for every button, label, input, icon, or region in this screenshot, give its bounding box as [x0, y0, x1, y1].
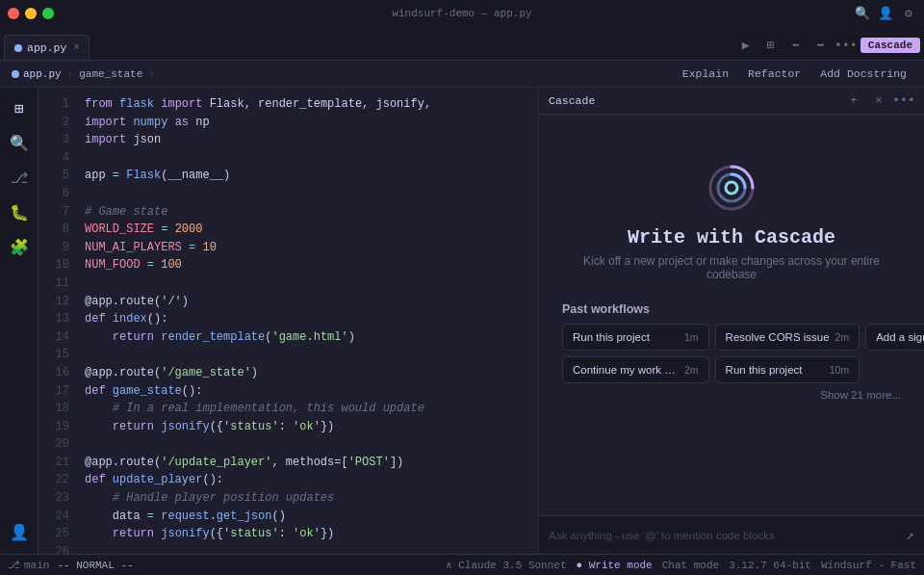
- cascade-new-icon[interactable]: +: [843, 91, 864, 112]
- workflow-item-1[interactable]: Resolve CORS issue 2m: [715, 324, 860, 351]
- status-branch[interactable]: ⎇ main: [8, 559, 49, 571]
- past-workflows-label: Past workflows: [562, 302, 901, 316]
- search-icon[interactable]: 🔍: [855, 6, 870, 21]
- workflow-label-2: Add a sign up button to the main ...: [876, 331, 924, 343]
- line-numbers: 12345 678910 1112131415 1617181920 21222…: [38, 88, 73, 554]
- code-area[interactable]: 12345 678910 1112131415 1617181920 21222…: [38, 88, 538, 554]
- workflow-time-4: 10m: [830, 364, 849, 376]
- claude-icon: ∧: [446, 560, 452, 571]
- editor-pane: 12345 678910 1112131415 1617181920 21222…: [38, 88, 539, 554]
- workflow-label-3: Continue my work please: [573, 364, 679, 376]
- cascade-body: Write with Cascade Kick off a new projec…: [539, 115, 924, 515]
- run-button[interactable]: ▶: [735, 35, 757, 56]
- explain-button[interactable]: Explain: [677, 65, 734, 82]
- title-bar-controls: 🔍 👤 ⚙: [855, 6, 916, 21]
- cascade-header-icons: + × •••: [843, 91, 914, 112]
- editor-mode: -- NORMAL --: [57, 560, 133, 571]
- tab-dot: [14, 44, 22, 52]
- extensions-icon[interactable]: 🧩: [4, 232, 35, 263]
- tab-bar: app.py × ▶ ⊞ ⬅ ➡ ••• Cascade: [0, 27, 924, 61]
- settings-icon[interactable]: ⚙: [901, 6, 916, 21]
- debug-icon[interactable]: 🐛: [4, 197, 35, 228]
- python-version[interactable]: 3.12.7 64-bit: [729, 560, 811, 571]
- cascade-logo: [706, 163, 757, 213]
- breadcrumb-dot: [12, 70, 19, 78]
- breadcrumb-actions: Explain Refactor Add Docstring: [677, 65, 912, 82]
- traffic-lights: [8, 8, 54, 19]
- cascade-badge[interactable]: Cascade: [860, 38, 920, 53]
- code-editor[interactable]: from flask import Flask, render_template…: [73, 88, 538, 554]
- breadcrumb-sep-2: ›: [148, 68, 155, 80]
- tab-app-py[interactable]: app.py ×: [4, 35, 90, 60]
- workflow-label-4: Run this project: [726, 364, 803, 376]
- navigate-forward-button[interactable]: ➡: [810, 35, 832, 56]
- branch-name: main: [24, 560, 49, 571]
- status-right: ∧ Claude 3.5 Sonnet ● Write mode Chat mo…: [446, 559, 916, 571]
- cascade-panel: Cascade + × ••• Write with Cascade Kick …: [539, 88, 924, 554]
- more-actions-button[interactable]: •••: [835, 35, 857, 56]
- workflow-label-1: Resolve CORS issue: [726, 331, 830, 343]
- cascade-panel-header: Cascade + × •••: [539, 88, 924, 115]
- tab-bar-right: ▶ ⊞ ⬅ ➡ ••• Cascade: [735, 35, 920, 60]
- fullscreen-button[interactable]: [42, 8, 54, 19]
- workflow-grid: Run this project 1m Resolve CORS issue 2…: [562, 324, 901, 383]
- windsurf-fast[interactable]: Windsurf - Fast: [821, 560, 916, 571]
- account-icon[interactable]: 👤: [4, 517, 35, 548]
- circle-icon: ●: [576, 560, 582, 571]
- main-content: ⊞ 🔍 ⎇ 🐛 🧩 👤 12345 678910 1112131415 1617…: [0, 88, 924, 554]
- tab-filename: app.py: [27, 41, 66, 54]
- title-bar: windsurf-demo — app.py 🔍 👤 ⚙: [0, 0, 924, 27]
- workflow-item-0[interactable]: Run this project 1m: [562, 324, 709, 351]
- cascade-headline: Write with Cascade: [628, 226, 835, 248]
- avatar-icon[interactable]: 👤: [878, 6, 893, 21]
- activity-bar: ⊞ 🔍 ⎇ 🐛 🧩 👤: [0, 88, 38, 554]
- search-sidebar-icon[interactable]: 🔍: [4, 128, 35, 159]
- source-control-icon[interactable]: ⎇: [4, 163, 35, 194]
- chat-mode[interactable]: Chat mode: [662, 560, 719, 571]
- claude-label[interactable]: Claude 3.5 Sonnet: [458, 560, 566, 571]
- close-button[interactable]: [8, 8, 19, 19]
- claude-version: ∧ Claude 3.5 Sonnet: [446, 559, 566, 571]
- cascade-subtitle: Kick off a new project or make changes a…: [562, 254, 901, 281]
- workflow-item-4[interactable]: Run this project 10m: [715, 356, 860, 383]
- breadcrumb-sep-1: ›: [67, 68, 74, 80]
- navigate-back-button[interactable]: ⬅: [785, 35, 807, 56]
- breadcrumb-bar: app.py › game_state › Explain Refactor A…: [0, 61, 924, 88]
- workflow-item-3[interactable]: Continue my work please 2m: [562, 356, 709, 383]
- show-more-button[interactable]: Show 21 more...: [562, 389, 901, 401]
- branch-icon: ⎇: [8, 559, 20, 571]
- cascade-send-icon[interactable]: ↗: [907, 527, 914, 543]
- status-left: ⎇ main -- NORMAL --: [8, 559, 134, 571]
- explorer-icon[interactable]: ⊞: [4, 93, 35, 124]
- breadcrumb-file[interactable]: app.py: [23, 68, 62, 80]
- status-bar: ⎇ main -- NORMAL -- ∧ Claude 3.5 Sonnet …: [0, 554, 924, 575]
- cascade-panel-title: Cascade: [549, 94, 595, 107]
- workflow-time-0: 1m: [684, 331, 699, 343]
- minimize-button[interactable]: [25, 8, 37, 19]
- svg-point-2: [726, 182, 737, 194]
- cascade-input[interactable]: [549, 530, 901, 541]
- workflow-label-0: Run this project: [573, 331, 650, 343]
- breadcrumb-item-1[interactable]: game_state: [79, 68, 142, 80]
- refactor-button[interactable]: Refactor: [742, 65, 807, 82]
- cascade-input-bar: ↗: [539, 515, 924, 554]
- workflow-time-1: 2m: [835, 331, 850, 343]
- workflow-time-3: 2m: [684, 364, 699, 376]
- tab-close-button[interactable]: ×: [73, 42, 79, 53]
- cascade-more-icon[interactable]: •••: [893, 91, 914, 112]
- cascade-close-icon[interactable]: ×: [868, 91, 889, 112]
- window-title: windsurf-demo — app.py: [392, 8, 531, 19]
- split-editor-button[interactable]: ⊞: [760, 35, 782, 56]
- add-docstring-button[interactable]: Add Docstring: [814, 65, 912, 82]
- write-mode[interactable]: ● Write mode: [576, 560, 652, 571]
- workflow-item-2[interactable]: Add a sign up button to the main ... 2m: [865, 324, 924, 351]
